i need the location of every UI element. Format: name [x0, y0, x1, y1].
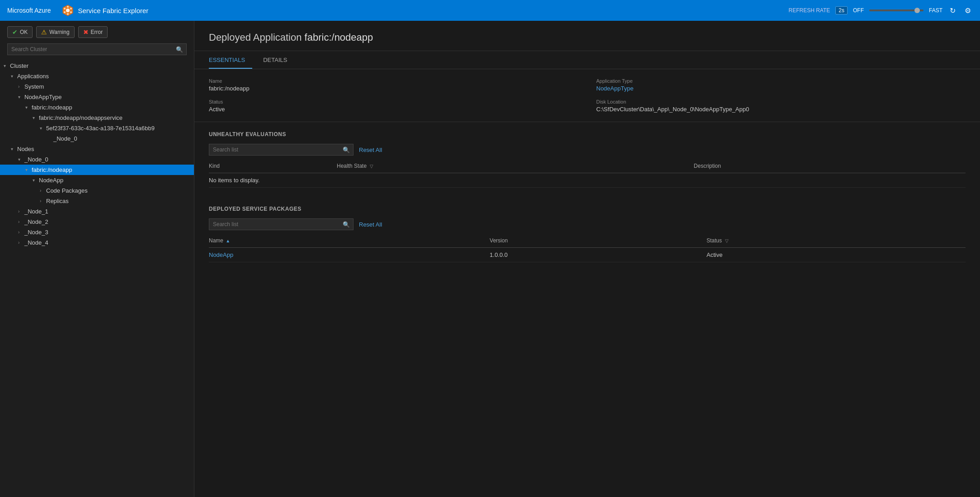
- warning-button[interactable]: ⚠ Warning: [36, 26, 74, 38]
- applications-label: Applications: [17, 73, 49, 80]
- status-filter-icon[interactable]: ▽: [725, 238, 729, 243]
- col-version: Version: [490, 235, 707, 248]
- status-label: Status: [209, 99, 578, 104]
- tree-item-node0[interactable]: _Node_0: [0, 154, 194, 165]
- tree-item-node4[interactable]: _Node_4: [0, 237, 194, 248]
- system-label: System: [24, 83, 44, 90]
- tree-item-nodeapptype[interactable]: NodeAppType: [0, 92, 194, 102]
- unhealthy-header-row: Kind Health State ▽ Description: [209, 160, 966, 173]
- nodeappservice-arrow: [33, 115, 39, 120]
- applications-arrow: [11, 74, 17, 79]
- error-button[interactable]: ✖ Error: [78, 26, 108, 38]
- unhealthy-search-input[interactable]: [209, 144, 353, 156]
- service-packages-reset-all[interactable]: Reset All: [359, 221, 382, 228]
- tree-item-nodeapp[interactable]: NodeApp: [0, 175, 194, 185]
- unhealthy-reset-all[interactable]: Reset All: [359, 147, 382, 153]
- tree-item-guid[interactable]: 5ef23f37-633c-43ac-a138-7e15314a6bb9: [0, 123, 194, 133]
- tree-item-system[interactable]: System: [0, 81, 194, 92]
- content: Deployed Application fabric:/nodeapp ESS…: [194, 21, 980, 497]
- nodeapp-label: NodeApp: [39, 177, 63, 184]
- nodes-arrow: [11, 147, 17, 151]
- refresh-slider-container[interactable]: [869, 9, 923, 11]
- error-icon: ✖: [83, 28, 89, 36]
- nodeapp-arrow: [33, 178, 39, 183]
- search-cluster-input[interactable]: [7, 43, 187, 55]
- unhealthy-table-header: Kind Health State ▽ Description: [209, 160, 966, 173]
- tree-item-replicas[interactable]: Replicas: [0, 196, 194, 206]
- unhealthy-section: UNHEALTHY EVALUATIONS 🔍 Reset All Kind H…: [194, 122, 980, 197]
- unhealthy-no-items: No items to display.: [209, 173, 966, 188]
- node2-arrow: [18, 219, 24, 224]
- cluster-arrow: [4, 63, 10, 68]
- svg-point-5: [67, 13, 69, 15]
- tree: Cluster Applications System NodeAppType …: [0, 61, 194, 255]
- cluster-label: Cluster: [10, 62, 28, 69]
- unhealthy-search-container: 🔍: [209, 144, 353, 156]
- app-type-field: Application Type NodeAppType: [596, 78, 966, 92]
- disk-location-field: Disk Location C:\SfDevCluster\Data\_App\…: [596, 99, 966, 113]
- disk-location-label: Disk Location: [596, 99, 966, 104]
- unhealthy-no-items-row: No items to display.: [209, 173, 966, 188]
- status-buttons: ✔ OK ⚠ Warning ✖ Error: [0, 21, 194, 43]
- refresh-button[interactable]: ↻: [948, 5, 957, 17]
- service-packages-search-icon: 🔍: [343, 221, 350, 228]
- tree-item-node1[interactable]: _Node_1: [0, 206, 194, 217]
- settings-button[interactable]: ⚙: [963, 5, 973, 17]
- nodeapptype-arrow: [18, 95, 24, 99]
- svg-point-4: [70, 11, 72, 13]
- node1-label: _Node_1: [24, 208, 48, 215]
- ok-button[interactable]: ✔ OK: [7, 26, 33, 38]
- node2-label: _Node_2: [24, 218, 48, 225]
- tree-item-nodes[interactable]: Nodes: [0, 144, 194, 154]
- tree-item-cluster[interactable]: Cluster: [0, 61, 194, 71]
- fabric-nodeapp-apptype-label: fabric:/nodeapp: [32, 104, 72, 111]
- refresh-rate-value[interactable]: 2s: [835, 6, 848, 14]
- svg-point-1: [66, 9, 70, 12]
- tree-item-fabric-nodeapp-active[interactable]: fabric:/nodeapp: [0, 165, 194, 175]
- tree-item-node3[interactable]: _Node_3: [0, 227, 194, 237]
- main-layout: ✔ OK ⚠ Warning ✖ Error 🔍 Cluster: [0, 21, 980, 497]
- status-value: Active: [209, 106, 578, 113]
- tree-item-node2[interactable]: _Node_2: [0, 217, 194, 227]
- refresh-slider-thumb: [914, 8, 920, 13]
- topbar: Microsoft Azure Service Fabric Explorer …: [0, 0, 980, 21]
- service-packages-search-input[interactable]: [209, 218, 353, 230]
- service-packages-header-row: Name ▲ Version Status ▽: [209, 235, 966, 248]
- unhealthy-search-row: 🔍 Reset All: [209, 144, 966, 156]
- guid-label: 5ef23f37-633c-43ac-a138-7e15314a6bb9: [46, 125, 155, 132]
- tree-item-applications[interactable]: Applications: [0, 71, 194, 81]
- node0-arrow: [18, 157, 24, 162]
- warning-icon: ⚠: [41, 28, 47, 36]
- health-state-filter-icon[interactable]: ▽: [370, 164, 373, 169]
- refresh-slider[interactable]: [869, 9, 923, 11]
- tree-item-code-packages[interactable]: Code Packages: [0, 185, 194, 196]
- tab-details[interactable]: DETAILS: [263, 51, 294, 69]
- nodeapptype-label: NodeAppType: [24, 94, 61, 100]
- name-value: fabric:/nodeapp: [209, 85, 578, 92]
- service-packages-title: DEPLOYED SERVICE PACKAGES: [209, 206, 966, 212]
- unhealthy-table: Kind Health State ▽ Description No items: [209, 160, 966, 188]
- row-name[interactable]: NodeApp: [209, 248, 490, 262]
- app-type-value[interactable]: NodeAppType: [596, 85, 966, 92]
- service-packages-section: DEPLOYED SERVICE PACKAGES 🔍 Reset All Na…: [194, 197, 980, 271]
- node3-arrow: [18, 230, 24, 235]
- error-label: Error: [91, 29, 103, 35]
- sidebar: ✔ OK ⚠ Warning ✖ Error 🔍 Cluster: [0, 21, 194, 497]
- node0-label: _Node_0: [24, 156, 48, 163]
- code-packages-label: Code Packages: [46, 187, 88, 194]
- name-sort-icon[interactable]: ▲: [226, 238, 230, 243]
- col-status: Status ▽: [707, 235, 966, 248]
- page-header: Deployed Application fabric:/nodeapp: [194, 21, 980, 51]
- search-cluster-icon: 🔍: [176, 46, 183, 53]
- col-name: Name ▲: [209, 235, 490, 248]
- svg-point-3: [70, 8, 72, 9]
- tab-essentials[interactable]: ESSENTIALS: [209, 51, 252, 69]
- svg-point-2: [67, 6, 69, 8]
- disk-location-value: C:\SfDevCluster\Data\_App\_Node_0\NodeAp…: [596, 106, 966, 113]
- name-label: Name: [209, 78, 578, 84]
- tree-item-node0-guid[interactable]: _Node_0: [0, 133, 194, 144]
- row-version: 1.0.0.0: [490, 248, 707, 262]
- tree-item-fabric-nodeapp-apptype[interactable]: fabric:/nodeapp: [0, 102, 194, 113]
- unhealthy-col-kind: Kind: [209, 160, 337, 173]
- tree-item-nodeappservice[interactable]: fabric:/nodeapp/nodeappservice: [0, 113, 194, 123]
